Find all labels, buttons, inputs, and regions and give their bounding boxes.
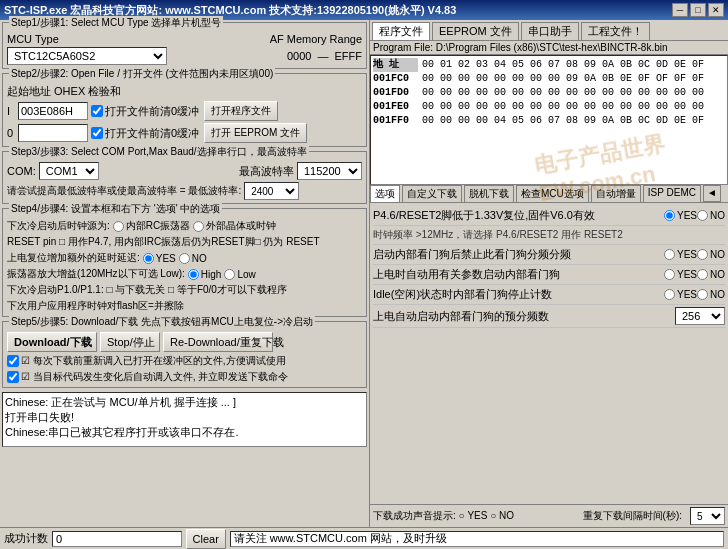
option-label-3: Idle(空闲)状态时内部看门狗停止计数 <box>373 287 664 302</box>
step2-ohex-label: 起始地址 OHEX 检验和 <box>7 84 121 99</box>
baud-select[interactable]: 115200 <box>297 162 362 180</box>
opt3-no-radio[interactable] <box>697 289 708 300</box>
clear-buffer1-checkbox[interactable] <box>91 105 103 117</box>
tab-serial-helper[interactable]: 串口助手 <box>521 22 579 40</box>
step3-label: Step3/步骤3: Select COM Port,Max Baud/选择串行… <box>9 145 309 159</box>
clock-label: 下次冷启动后时钟源为: <box>7 219 110 233</box>
reset-label: RESET pin □ 用作P4.7, 用内部IRC振荡后仍为RESET脚□ 仍… <box>7 235 320 249</box>
external-osc-radio[interactable] <box>193 221 204 232</box>
close-button[interactable]: ✕ <box>708 3 724 17</box>
right-subtabs: 选项 自定义下载 脱机下载 检查MCU选项 自动增量 ISP DEMC ◄ <box>370 185 728 203</box>
maximize-button[interactable]: □ <box>690 3 706 17</box>
opt0-yes-radio[interactable] <box>664 210 675 221</box>
tab-eeprom[interactable]: EEPROM 文件 <box>432 22 519 40</box>
p1-label: 下次冷启动P1.0/P1.1: □ 与下载无关 □ 等于F0/0才可以下载程序 <box>7 283 287 297</box>
watchdog-prescale-select[interactable]: 256 <box>675 307 725 325</box>
stop-button[interactable]: Stop/停止 <box>100 332 160 352</box>
retry-select[interactable]: 5 <box>690 507 725 525</box>
recover-no-radio[interactable] <box>179 253 190 264</box>
baud-label: 最高波特率 <box>239 164 294 179</box>
subtab-check-mcu[interactable]: 检查MCU选项 <box>516 185 589 202</box>
step3-group: Step3/步骤3: Select COM Port,Max Baud/选择串行… <box>2 151 367 204</box>
step5-check2: ☑ 当目标代码发生变化后自动调入文件, 并立即发送下载命令 <box>7 370 362 384</box>
tab-project[interactable]: 工程文件！ <box>581 22 650 40</box>
right-panel: 程序文件 EEPROM 文件 串口助手 工程文件！ Program File: … <box>370 20 728 527</box>
opt1-no-radio[interactable] <box>697 249 708 260</box>
subtab-offline-download[interactable]: 脱机下载 <box>464 185 514 202</box>
subtab-custom-download[interactable]: 自定义下载 <box>402 185 462 202</box>
success-count-value: 0 <box>56 533 62 545</box>
open-eeprom-button[interactable]: 打开 EEPROM 文件 <box>204 123 307 143</box>
hex-bytes-header: 00 01 02 03 04 05 06 07 08 09 0A 0B 0C 0… <box>422 58 725 72</box>
hex-row-1: 001FD0 00 00 00 00 00 00 00 00 00 00 00 … <box>373 86 725 100</box>
bottom-bar: 成功计数 0 Clear 请关注 www.STCMCU.com 网站，及时升级 <box>0 527 728 549</box>
option-row-2: 上电时自动用有关参数启动内部看门狗 YES NO <box>373 265 725 285</box>
option-row-3: Idle(空闲)状态时内部看门狗停止计数 YES NO <box>373 285 725 305</box>
mcu-type-select[interactable]: STC12C5A60S2 <box>7 47 167 65</box>
hex-row-0: 001FC0 00 00 00 00 00 00 00 00 09 0A 0B … <box>373 72 725 86</box>
step2-group: Step2/步骤2: Open File / 打开文件 (文件范围内未用区填00… <box>2 73 367 147</box>
bottom-options-row: 下载成功声音提示: ○ YES ○ NO 重复下载间隔时间(秒): 5 <box>370 504 728 527</box>
main-content: Step1/步骤1: Select MCU Type 选择单片机型号 MCU T… <box>0 20 728 527</box>
tab-program-file[interactable]: 程序文件 <box>372 22 430 40</box>
step1-group: Step1/步骤1: Select MCU Type 选择单片机型号 MCU T… <box>2 22 367 69</box>
option-row-4: 上电自动启动内部看门狗的预分频数 256 <box>373 305 725 328</box>
subtab-auto-increment[interactable]: 自动增量 <box>591 185 641 202</box>
option-label-2: 上电时自动用有关参数启动内部看门狗 <box>373 267 664 282</box>
step2-row2: I 打开文件前清0缓冲 打开程序文件 <box>7 101 362 121</box>
hex-bytes-0: 00 00 00 00 00 00 00 00 09 0A 0B 0E 0F O… <box>422 72 725 86</box>
opt1-yes-radio[interactable] <box>664 249 675 260</box>
opt0-no-radio[interactable] <box>697 210 708 221</box>
recover-yes-radio[interactable] <box>143 253 154 264</box>
success-count-field: 0 <box>52 531 182 547</box>
step2-row3: 0 打开文件前清0缓冲 打开 EEPROM 文件 <box>7 123 362 143</box>
success-count-label: 成功计数 <box>4 531 48 546</box>
log-line1: Chinese: 正在尝试与 MCU/单片机 握手连接 ... ] <box>5 395 364 410</box>
opt2-no-radio[interactable] <box>697 269 708 280</box>
subtab-options[interactable]: 选项 <box>370 185 400 202</box>
step5-label: Step5/步骤5: Download/下载 先点下载按钮再MCU上电复位->冷… <box>9 315 315 329</box>
step4-row2: RESET pin □ 用作P4.7, 用内部IRC振荡后仍为RESET脚□ 仍… <box>7 235 362 249</box>
opt3-yes-radio[interactable] <box>664 289 675 300</box>
hex-bytes-3: 00 00 00 00 04 05 06 07 08 09 0A 0B 0C 0… <box>422 114 725 128</box>
open-program-button[interactable]: 打开程序文件 <box>204 101 278 121</box>
options-panel: P4.6/RESET2脚低于1.33V复位,固件V6.0有效 YES NO 时钟… <box>370 203 728 504</box>
min-baud-select[interactable]: 2400 <box>244 182 299 200</box>
subtab-arrow[interactable]: ◄ <box>703 185 721 202</box>
addr1-input[interactable] <box>18 102 88 120</box>
addr2-input[interactable] <box>18 124 88 142</box>
gain-low-radio[interactable] <box>224 269 235 280</box>
min-baud-label: 请尝试提高最低波特率或使最高波特率 = 最低波特率: <box>7 184 241 198</box>
step4-row4: 振荡器放大增益(120MHz以下可选 Low): High Low <box>7 267 362 281</box>
gain-high-radio[interactable] <box>188 269 199 280</box>
program-file-label: Program File: D:\Program Files (x86)\STC… <box>373 42 668 53</box>
com-select[interactable]: COM1 <box>39 162 99 180</box>
auto-reload-checkbox[interactable] <box>7 355 19 367</box>
clear-button[interactable]: Clear <box>186 529 226 549</box>
option-label-1: 启动内部看门狗后禁止此看门狗分频分频 <box>373 247 664 262</box>
step1-controls: STC12C5A60S2 0000 — EFFF <box>7 47 362 65</box>
option-label-4: 上电自动启动内部看门狗的预分频数 <box>373 309 675 324</box>
step2-row1: 起始地址 OHEX 检验和 <box>7 84 362 99</box>
download-button[interactable]: Download/下载 <box>7 332 97 352</box>
hex-addr-1: 001FD0 <box>373 86 418 100</box>
hex-display[interactable]: 地 址 00 01 02 03 04 05 06 07 08 09 0A 0B … <box>370 55 728 185</box>
clear-buffer2-checkbox[interactable] <box>91 127 103 139</box>
hex-addr-0: 001FC0 <box>373 72 418 86</box>
redownload-button[interactable]: Re-Download/重复下载 <box>163 332 273 352</box>
hex-addr-2: 001FE0 <box>373 100 418 114</box>
step4-row1: 下次冷启动后时钟源为: 内部RC振荡器 外部晶体或时钟 <box>7 219 362 233</box>
minimize-button[interactable]: ─ <box>672 3 688 17</box>
auto-send-checkbox[interactable] <box>7 371 19 383</box>
af-start: 0000 <box>287 50 311 62</box>
sound-label: 下载成功声音提示: ○ YES ○ NO <box>373 509 514 523</box>
hex-addr-header: 地 址 <box>373 58 418 72</box>
program-file-bar: Program File: D:\Program Files (x86)\STC… <box>370 41 728 55</box>
option-label-0: P4.6/RESET2脚低于1.33V复位,固件V6.0有效 <box>373 208 664 223</box>
log-line3: Chinese:串口已被其它程序打开或该串口不存在. <box>5 425 364 440</box>
opt2-yes-radio[interactable] <box>664 269 675 280</box>
step3-row2: 请尝试提高最低波特率或使最高波特率 = 最低波特率: 2400 <box>7 182 362 200</box>
af-range-label: AF Memory Range <box>270 33 362 45</box>
subtab-isp[interactable]: ISP DEMC <box>643 185 701 202</box>
internal-osc-radio[interactable] <box>113 221 124 232</box>
